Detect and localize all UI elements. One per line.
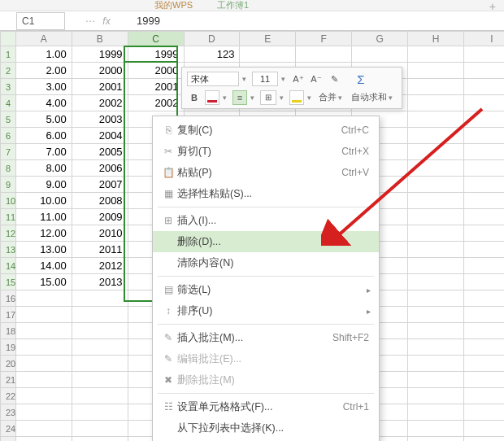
font-size-selector[interactable]: 11 — [252, 72, 278, 86]
column-header[interactable]: G — [352, 32, 408, 46]
cell[interactable] — [240, 46, 296, 63]
select-all-corner[interactable] — [1, 32, 16, 46]
cell[interactable] — [408, 323, 464, 339]
cell[interactable]: 2002 — [72, 95, 128, 111]
borders-dropdown-icon[interactable]: ▾ — [280, 94, 286, 102]
row-header[interactable]: 17 — [1, 307, 16, 323]
name-box[interactable]: C1 — [16, 12, 65, 30]
cell[interactable] — [464, 421, 504, 437]
cell[interactable]: 2.00 — [15, 63, 72, 79]
cell[interactable]: 5.00 — [15, 111, 72, 128]
menu-item-delete[interactable]: 删除(D)... — [153, 231, 379, 252]
cell[interactable]: 12.00 — [15, 225, 72, 242]
cell[interactable]: 123 — [184, 46, 240, 63]
cell[interactable] — [408, 128, 464, 144]
cell[interactable] — [464, 225, 504, 242]
cell[interactable] — [408, 372, 464, 388]
cell[interactable] — [464, 128, 504, 144]
cell[interactable]: 3.00 — [15, 79, 72, 95]
cell[interactable] — [15, 307, 72, 323]
menu-item-clear-contents[interactable]: 清除内容(N) — [153, 252, 379, 273]
decrease-font-icon[interactable]: A⁻ — [309, 72, 324, 86]
cell[interactable] — [15, 388, 72, 404]
align-center-button[interactable]: ≡ — [232, 90, 247, 105]
row-header[interactable]: 15 — [1, 274, 16, 290]
menu-item-pick-from-list[interactable]: 从下拉列表中选择(K)... — [153, 417, 379, 439]
cell[interactable] — [15, 323, 72, 339]
cell[interactable] — [408, 437, 464, 442]
cell[interactable] — [72, 290, 128, 307]
autosum-button[interactable]: 自动求和▾ — [350, 91, 397, 103]
cell[interactable] — [408, 258, 464, 274]
font-dropdown-icon[interactable]: ▾ — [242, 75, 249, 83]
format-painter-icon[interactable]: ✎ — [327, 72, 341, 86]
cell[interactable] — [408, 111, 464, 128]
column-header[interactable]: D — [184, 32, 240, 46]
cell[interactable] — [408, 388, 464, 404]
menu-item-filter[interactable]: ▤筛选(L)▸ — [153, 279, 379, 300]
cell[interactable] — [408, 242, 464, 258]
cell[interactable]: 2009 — [72, 209, 128, 225]
cell[interactable] — [408, 290, 464, 307]
fill-color-button[interactable] — [289, 90, 304, 105]
column-header[interactable]: B — [72, 32, 128, 46]
cell[interactable] — [408, 144, 464, 160]
cell[interactable]: 2000 — [128, 63, 184, 79]
tab-workbook[interactable]: 工作簿1 — [217, 0, 249, 11]
cell[interactable] — [352, 46, 408, 63]
row-header[interactable]: 24 — [1, 421, 16, 437]
cell[interactable] — [408, 339, 464, 356]
cell[interactable]: 8.00 — [15, 160, 72, 177]
menu-item-format-cells[interactable]: ☷设置单元格格式(F)...Ctrl+1 — [153, 396, 379, 417]
cell[interactable]: 2004 — [72, 128, 128, 144]
menu-item-cut[interactable]: ✂剪切(T)Ctrl+X — [153, 141, 379, 162]
cell[interactable] — [464, 79, 504, 95]
cell[interactable] — [15, 437, 72, 442]
cell[interactable]: 1999 — [72, 46, 128, 63]
cell[interactable] — [464, 437, 504, 442]
cell[interactable] — [72, 437, 128, 442]
row-header[interactable]: 5 — [1, 111, 16, 128]
tab-my-wps[interactable]: 我的WPS — [154, 0, 193, 11]
autosum-icon[interactable]: Σ — [353, 71, 369, 87]
cell[interactable] — [15, 372, 72, 388]
cell[interactable] — [15, 356, 72, 372]
align-dropdown-icon[interactable]: ▾ — [250, 94, 257, 102]
cell[interactable] — [464, 404, 504, 421]
cell[interactable] — [72, 404, 128, 421]
cell[interactable] — [408, 307, 464, 323]
row-header[interactable]: 1 — [1, 46, 16, 63]
row-header[interactable]: 7 — [1, 144, 16, 160]
cell[interactable] — [408, 209, 464, 225]
cell[interactable] — [408, 46, 464, 63]
cell[interactable] — [408, 225, 464, 242]
cell[interactable]: 1999 — [128, 46, 184, 63]
cell[interactable] — [464, 63, 504, 79]
cell[interactable]: 2008 — [72, 193, 128, 209]
cell[interactable] — [464, 242, 504, 258]
menu-item-insert[interactable]: ⊞插入(I)... — [153, 210, 379, 231]
column-header[interactable]: E — [240, 32, 296, 46]
cell[interactable] — [72, 388, 128, 404]
row-header[interactable]: 11 — [1, 209, 16, 225]
menu-item-insert-comment[interactable]: ✎插入批注(M)...Shift+F2 — [153, 327, 379, 348]
cell[interactable] — [464, 307, 504, 323]
cell[interactable] — [15, 421, 72, 437]
cell[interactable] — [464, 144, 504, 160]
cell[interactable] — [408, 63, 464, 79]
cell[interactable] — [408, 274, 464, 290]
bold-button[interactable]: B — [187, 90, 202, 105]
column-header[interactable]: A — [15, 32, 72, 46]
cell[interactable]: 2011 — [72, 242, 128, 258]
menu-item-sort[interactable]: ↕排序(U)▸ — [153, 300, 379, 321]
fill-color-dropdown-icon[interactable]: ▾ — [307, 94, 314, 102]
row-header[interactable]: 22 — [1, 388, 16, 404]
row-header[interactable]: 4 — [1, 95, 16, 111]
cell[interactable]: 2000 — [72, 63, 128, 79]
cell[interactable] — [408, 193, 464, 209]
row-header[interactable]: 8 — [1, 160, 16, 177]
row-header[interactable]: 16 — [1, 290, 16, 307]
cell[interactable] — [408, 404, 464, 421]
cell[interactable] — [464, 193, 504, 209]
cell[interactable]: 2001 — [72, 79, 128, 95]
